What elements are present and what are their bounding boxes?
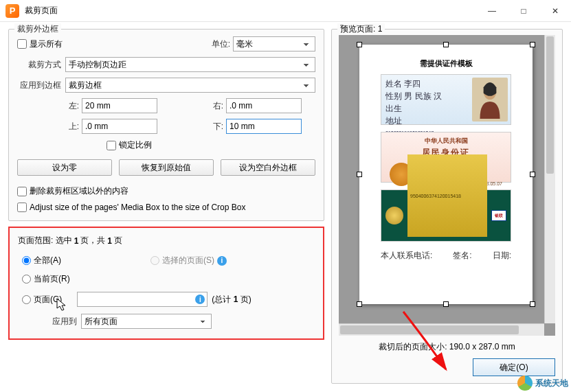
page-range-heading: 页面范围: 选中 1 页，共 1 页 — [18, 235, 315, 246]
right-input[interactable] — [226, 98, 302, 113]
remove-outside-checkbox[interactable] — [17, 187, 27, 196]
info-icon[interactable]: i — [217, 256, 227, 266]
total-pages-text: (总计 1 页) — [212, 294, 251, 305]
preview-group: 预览页面: 1 需提供证件模板 姓名 李四 性别 男 民族 汉 — [331, 29, 563, 384]
adjust-media-text: Adjust size of the pages' Media Box to t… — [30, 203, 245, 212]
crop-handle[interactable] — [357, 172, 362, 177]
ok-button[interactable]: 确定(O) — [473, 358, 555, 376]
scrollbar-thumb[interactable] — [340, 325, 519, 334]
radio-current-label[interactable]: 当前页(R) — [22, 273, 70, 285]
adjust-media-checkbox-label[interactable]: Adjust size of the pages' Media Box to t… — [17, 203, 245, 212]
crop-mode-combo[interactable]: 手动控制页边距 — [65, 57, 315, 72]
doc-content: 需提供证件模板 姓名 李四 性别 男 民族 汉 出生 地址 2102031968… — [377, 58, 515, 262]
crop-handle[interactable] — [530, 172, 535, 177]
minimize-button[interactable]: — — [476, 0, 508, 22]
top-input[interactable] — [82, 119, 157, 134]
lock-ratio-text: 锁定比例 — [119, 139, 152, 151]
show-all-checkbox[interactable] — [17, 39, 27, 49]
crop-handle[interactable] — [443, 42, 449, 47]
apply-border-label: 应用到边框 — [17, 80, 61, 91]
set-zero-button[interactable]: 设为零 — [17, 159, 112, 176]
unit-label: 单位: — [212, 38, 230, 50]
left-label: 左: — [60, 100, 79, 112]
show-all-text: 显示所有 — [30, 38, 63, 50]
maximize-button[interactable]: □ — [508, 0, 539, 22]
bottom-label: 下: — [204, 121, 223, 132]
apply-to-label: 应用到 — [43, 316, 77, 327]
preview-area[interactable]: 需提供证件模板 姓名 李四 性别 男 民族 汉 出生 地址 2102031968… — [339, 35, 555, 336]
apply-border-combo[interactable]: 裁剪边框 — [65, 78, 315, 93]
preview-page[interactable]: 需提供证件模板 姓名 李四 性别 男 民族 汉 出生 地址 2102031968… — [359, 45, 533, 304]
crop-handle[interactable] — [357, 301, 362, 307]
horizontal-scrollbar[interactable] — [339, 323, 544, 336]
crop-group-legend: 裁剪外边框 — [14, 23, 61, 35]
radio-selected — [150, 256, 159, 265]
set-blank-button[interactable]: 设为空白外边框 — [221, 159, 315, 176]
top-label: 上: — [60, 121, 79, 132]
pages-input[interactable] — [77, 292, 208, 307]
bottom-input[interactable] — [226, 119, 302, 134]
crop-mode-label: 裁剪方式 — [17, 59, 61, 71]
unit-combo[interactable]: 毫米 — [233, 36, 315, 51]
radio-current[interactable] — [22, 275, 31, 284]
lock-ratio-checkbox[interactable] — [107, 141, 116, 150]
doc-footer: 本人联系电话: 签名: 日期: — [381, 250, 511, 262]
titlebar: P 裁剪页面 — □ ✕ — [0, 0, 571, 22]
radio-pages[interactable] — [22, 295, 31, 304]
preview-legend: 预览页面: 1 — [337, 23, 385, 35]
window-title: 裁剪页面 — [25, 5, 58, 16]
radio-all-label[interactable]: 全部(A) — [22, 255, 61, 266]
apply-to-combo[interactable]: 所有页面 — [81, 314, 212, 329]
crop-handle[interactable] — [530, 42, 535, 47]
scrollbar-thumb[interactable] — [546, 36, 554, 174]
crop-margins-group: 裁剪外边框 显示所有 单位: 毫米 裁剪方式 手动控制页边距 应用到 — [8, 29, 324, 221]
id-card-front: 姓名 李四 性别 男 民族 汉 出生 地址 210203196809236047 — [381, 74, 511, 125]
remove-outside-text: 删除裁剪框区域以外的内容 — [30, 185, 128, 197]
portrait-icon — [472, 78, 508, 122]
crop-handle[interactable] — [357, 42, 362, 47]
vertical-scrollbar[interactable] — [544, 35, 555, 323]
remove-outside-checkbox-label[interactable]: 删除裁剪框区域以外的内容 — [17, 185, 128, 197]
left-input[interactable] — [82, 98, 157, 113]
bank-card: 9504006374120015418 银联 — [381, 189, 511, 242]
crop-size-info: 裁切后的页面大小: 190.0 x 287.0 mm — [339, 341, 555, 353]
show-all-checkbox-label[interactable]: 显示所有 — [17, 38, 63, 50]
unionpay-icon: 银联 — [491, 210, 506, 221]
page-range-group: 页面范围: 选中 1 页，共 1 页 全部(A) 选择的页面(S) i — [8, 227, 324, 340]
crop-handle[interactable] — [443, 301, 449, 307]
crop-handle[interactable] — [530, 301, 535, 307]
radio-pages-label[interactable]: 页面(G) — [22, 294, 62, 305]
lock-ratio-checkbox-label[interactable]: 锁定比例 — [107, 139, 152, 151]
doc-title: 需提供证件模板 — [420, 58, 473, 69]
adjust-media-checkbox[interactable] — [17, 203, 27, 212]
right-label: 右: — [204, 100, 223, 112]
radio-all[interactable] — [22, 256, 31, 265]
coin-icon — [385, 207, 403, 224]
close-button[interactable]: ✕ — [539, 0, 571, 22]
app-icon: P — [5, 4, 19, 18]
restore-button[interactable]: 恢复到原始值 — [119, 159, 214, 176]
radio-selected-label[interactable]: 选择的页面(S) — [150, 255, 214, 266]
